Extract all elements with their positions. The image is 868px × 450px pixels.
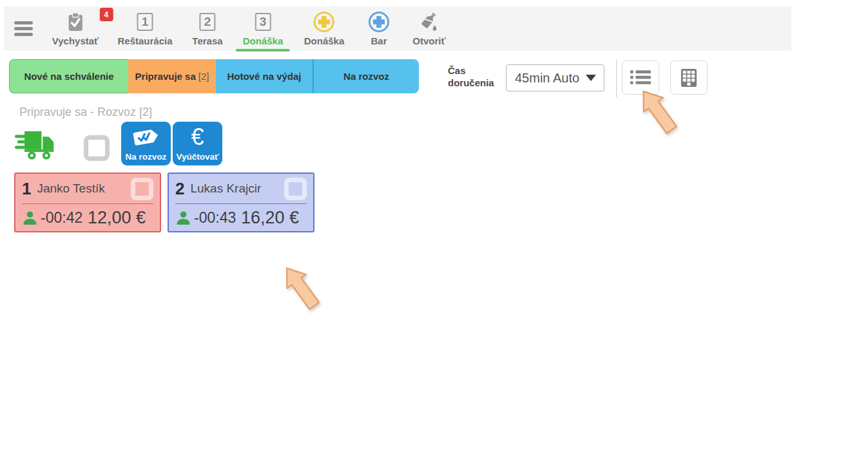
menu-icon[interactable] xyxy=(14,17,36,39)
delivery-time-value: 45min Auto xyxy=(515,71,579,86)
person-icon xyxy=(22,210,38,226)
select-all-checkbox[interactable] xyxy=(84,135,110,161)
filter-tab-count: [2] xyxy=(198,71,209,82)
order-card-1[interactable]: 1 Janko Testík -00:42 12,00 € xyxy=(14,173,161,232)
filter-tab-label: Nové na schválenie xyxy=(24,71,113,82)
order-price: 12,00 € xyxy=(88,208,146,228)
order-card-header: 2 Lukas Krajcir xyxy=(175,174,307,204)
order-number: 1 xyxy=(22,179,31,199)
pointer-arrow-icon xyxy=(277,260,325,315)
person-icon xyxy=(175,210,191,226)
tab-terasa[interactable]: 2 Terasa xyxy=(192,10,222,51)
order-card-header: 1 Janko Testík xyxy=(22,174,153,204)
order-checkbox[interactable] xyxy=(131,178,153,200)
tab-label: Donáška xyxy=(304,35,345,46)
order-card-2[interactable]: 2 Lukas Krajcir -00:43 16,20 € xyxy=(168,173,314,232)
bill-button[interactable]: € Vyúčtovať xyxy=(173,122,222,165)
order-customer-name: Lukas Krajcir xyxy=(190,182,261,196)
dispatch-button-label: Na rozvoz xyxy=(126,152,167,162)
clipboard-check-icon: 4 xyxy=(52,10,99,33)
dispatch-button[interactable]: Na rozvoz xyxy=(121,122,171,165)
list-view-button[interactable] xyxy=(622,61,659,95)
plus-circle-blue-icon xyxy=(368,10,390,33)
tab-label: Vychystať xyxy=(52,35,99,46)
tab-otvorit[interactable]: Otvoriť xyxy=(412,10,445,51)
tab-label: Reštaurácia xyxy=(117,35,172,46)
filter-tab-ready[interactable]: Hotové na výdaj xyxy=(216,59,314,93)
tab-label: Terasa xyxy=(192,35,222,46)
tab-donaska-new[interactable]: Donáška xyxy=(304,10,345,51)
delivery-time-select[interactable]: 45min Auto xyxy=(506,64,604,91)
tab-label: Otvoriť xyxy=(412,35,445,46)
filter-tab-label: Pripravuje sa xyxy=(135,71,196,82)
filter-tab-new[interactable]: Nové na schválenie xyxy=(9,59,128,93)
order-price: 16,20 € xyxy=(241,208,299,228)
status-filter-tabs: Nové na schválenie Pripravuje sa [2] Hot… xyxy=(9,59,419,93)
room-number-icon: 2 xyxy=(192,10,222,33)
plus-circle-yellow-icon xyxy=(304,10,345,33)
top-navbar: 4 Vychystať 1 Reštaurácia 2 Terasa 3 Don… xyxy=(4,6,791,51)
active-tab-indicator xyxy=(236,49,290,52)
room-number-icon: 1 xyxy=(117,10,172,33)
filter-tab-delivery[interactable]: Na rozvoz xyxy=(314,59,419,93)
filter-tab-label: Hotové na výdaj xyxy=(227,71,301,82)
order-card-footer: -00:43 16,20 € xyxy=(175,204,307,232)
section-heading: Pripravuje sa - Rozvoz [2] xyxy=(19,106,152,119)
tab-restauracia[interactable]: 1 Reštaurácia xyxy=(117,10,172,51)
tab-bar-new[interactable]: Bar xyxy=(368,10,390,51)
room-number-icon: 3 xyxy=(243,10,284,33)
list-view-icon xyxy=(630,70,651,86)
euro-icon: € xyxy=(191,122,204,152)
pos-screen: 4 Vychystať 1 Reštaurácia 2 Terasa 3 Don… xyxy=(0,0,868,450)
toolbar-divider xyxy=(616,60,617,97)
order-checkbox[interactable] xyxy=(284,178,307,200)
filter-tab-preparing[interactable]: Pripravuje sa [2] xyxy=(128,59,216,93)
status-badge: 4 xyxy=(99,8,113,21)
order-customer-name: Janko Testík xyxy=(37,182,104,196)
tag-check-icon xyxy=(131,122,161,152)
bottle-icon xyxy=(412,10,445,33)
tab-vychystat[interactable]: 4 Vychystať xyxy=(52,10,99,51)
bill-button-label: Vyúčtovať xyxy=(177,152,219,162)
chevron-down-icon xyxy=(586,75,596,81)
tab-donaska-active[interactable]: 3 Donáška xyxy=(243,10,284,51)
filter-tab-label: Na rozvoz xyxy=(343,71,389,82)
grid-view-icon xyxy=(680,68,697,88)
order-number: 2 xyxy=(175,179,184,199)
delivery-time-label: Čas doručenia xyxy=(448,64,502,89)
order-timer: -00:42 xyxy=(41,209,82,227)
tab-label: Bar xyxy=(368,35,390,46)
grid-view-button[interactable] xyxy=(670,61,708,95)
order-timer: -00:43 xyxy=(194,209,236,227)
order-card-footer: -00:42 12,00 € xyxy=(22,204,153,232)
delivery-truck-icon xyxy=(14,129,57,165)
tab-label: Donáška xyxy=(243,35,284,46)
